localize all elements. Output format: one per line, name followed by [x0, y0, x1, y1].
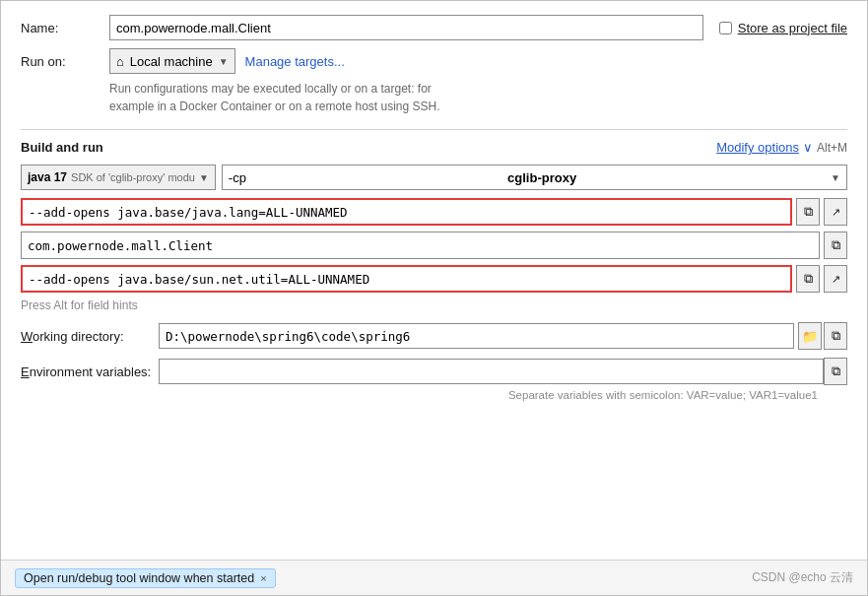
- store-project-checkbox[interactable]: [719, 22, 732, 34]
- run-on-row: Run on: ⌂ Local machine ▼ Manage targets…: [21, 48, 847, 74]
- vm-options-row: ⧉ ↗: [21, 198, 847, 226]
- build-run-section-header: Build and run Modify options ∨ Alt+M: [21, 140, 847, 155]
- env-copy-icon: ⧉: [832, 364, 840, 379]
- watermark: CSDN @echo 云清: [752, 569, 853, 586]
- run-on-dropdown[interactable]: ⌂ Local machine ▼: [109, 48, 235, 74]
- env-vars-label-rest: nvironment variables:: [30, 364, 152, 379]
- cp-value: cglib-proxy: [507, 170, 576, 185]
- main-class-input[interactable]: [21, 232, 820, 259]
- modify-options-shortcut: Alt+M: [817, 141, 847, 155]
- dropdown-arrow-icon: ▼: [219, 56, 229, 67]
- close-tag-btn[interactable]: ×: [260, 572, 266, 584]
- bottom-bar: Open run/debug tool window when started …: [1, 560, 867, 595]
- open-debug-label: Open run/debug tool window when started: [24, 571, 254, 585]
- cp-arrow-icon: ▼: [831, 172, 840, 183]
- expand-vm-options-btn[interactable]: ↗: [824, 198, 847, 226]
- env-vars-input[interactable]: [159, 359, 824, 384]
- run-config-dialog: Name: Store as project file Run on: ⌂ Lo…: [0, 0, 868, 596]
- sdk-version: java 17: [28, 170, 67, 184]
- copy-main-class-btn[interactable]: ⧉: [824, 232, 847, 259]
- copy-icon-3: ⧉: [804, 271, 813, 287]
- sdk-dropdown[interactable]: java 17 SDK of 'cglib-proxy' modu ▼: [21, 165, 216, 190]
- cp-dropdown[interactable]: -cp cglib-proxy ▼: [222, 165, 847, 190]
- cp-prefix: -cp: [229, 170, 253, 185]
- file-icon: ⧉: [832, 328, 840, 344]
- main-class-row: ⧉: [21, 232, 847, 259]
- run-description: Run configurations may be executed local…: [109, 80, 847, 115]
- section-divider: [21, 129, 847, 130]
- copy-env-vars-btn[interactable]: ⧉: [824, 358, 847, 385]
- open-debug-tag[interactable]: Open run/debug tool window when started …: [15, 568, 276, 588]
- modify-options-label: Modify options: [716, 140, 799, 155]
- program-args-input[interactable]: [21, 265, 792, 293]
- copy-program-args-btn[interactable]: ⧉: [796, 265, 820, 293]
- sdk-detail: SDK of 'cglib-proxy' modu: [71, 171, 195, 183]
- copy-working-dir-btn[interactable]: ⧉: [824, 322, 847, 350]
- home-icon: ⌂: [116, 54, 124, 69]
- expand-program-args-btn[interactable]: ↗: [824, 265, 847, 293]
- copy-vm-options-btn[interactable]: ⧉: [796, 198, 820, 226]
- program-args-row: ⧉ ↗: [21, 265, 847, 293]
- modify-options-chevron: ∨: [803, 140, 813, 155]
- browse-working-dir-btn[interactable]: 📁: [798, 322, 822, 350]
- sdk-arrow-icon: ▼: [199, 172, 209, 183]
- copy-icon: ⧉: [804, 204, 813, 220]
- working-dir-label-rest: orking directory:: [33, 329, 123, 344]
- env-vars-row: Environment variables: ⧉: [21, 358, 847, 385]
- copy-icon-2: ⧉: [832, 237, 840, 253]
- sdk-row: java 17 SDK of 'cglib-proxy' modu ▼ -cp …: [21, 165, 847, 190]
- store-project-row: Store as project file: [719, 21, 847, 35]
- store-project-label: Store as project file: [738, 21, 847, 35]
- name-label: Name:: [21, 21, 109, 35]
- name-input[interactable]: [109, 15, 703, 40]
- env-vars-label: E: [21, 364, 30, 379]
- vm-options-input[interactable]: [21, 198, 792, 226]
- expand-icon: ↗: [832, 206, 840, 219]
- env-vars-hint: Separate variables with semicolon: VAR=v…: [21, 389, 847, 401]
- name-row: Name: Store as project file: [21, 15, 847, 40]
- run-on-label: Run on:: [21, 54, 109, 69]
- modify-options-btn[interactable]: Modify options ∨ Alt+M: [716, 140, 847, 155]
- manage-targets-link[interactable]: Manage targets...: [245, 54, 345, 69]
- working-dir-row: Working directory: 📁 ⧉: [21, 322, 847, 350]
- machine-name: Local machine: [130, 54, 213, 69]
- press-alt-hint: Press Alt for field hints: [21, 298, 847, 312]
- working-dir-input[interactable]: [159, 323, 794, 349]
- build-run-title: Build and run: [21, 140, 103, 155]
- working-dir-label: W: [21, 329, 33, 344]
- expand-icon-2: ↗: [832, 273, 840, 286]
- folder-icon: 📁: [802, 329, 818, 344]
- working-dir-actions: 📁 ⧉: [798, 322, 847, 350]
